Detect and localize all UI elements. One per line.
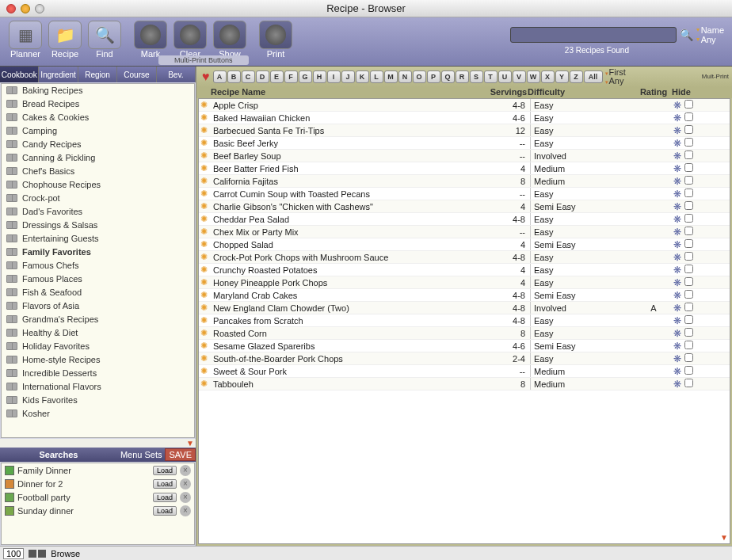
scroll-down-icon[interactable]: ▼ (720, 533, 728, 542)
alpha-y-button[interactable]: Y (555, 70, 569, 83)
multi-print-checkbox[interactable] (684, 201, 697, 211)
load-button[interactable]: Load (153, 466, 177, 475)
recipe-row[interactable]: ✺Cheddar Pea Salad4-8Easy❋ (199, 213, 730, 226)
alpha-i-button[interactable]: I (327, 70, 341, 83)
recipe-row[interactable]: ✺Sesame Glazed Spareribs4-6Semi Easy❋ (199, 340, 730, 352)
recipe-row[interactable]: ✺Apple Crisp4-8Easy❋ (199, 99, 730, 112)
category-item[interactable]: Camping (2, 124, 194, 138)
recipe-row[interactable]: ✺Baked Hawaiian Chicken4-6Easy❋ (199, 112, 730, 124)
alpha-c-button[interactable]: C (242, 70, 255, 83)
category-item[interactable]: Family Favorites (2, 246, 194, 259)
alpha-f-button[interactable]: F (284, 70, 298, 83)
category-item[interactable]: Incredible Desserts (2, 367, 194, 380)
multi-print-checkbox[interactable] (684, 277, 697, 288)
multi-print-checkbox[interactable] (684, 150, 697, 161)
recipe-row[interactable]: ✺Sweet & Sour Pork--Medium❋ (199, 365, 730, 378)
gear-icon[interactable]: ❋ (670, 239, 684, 250)
alpha-n-button[interactable]: N (398, 70, 412, 83)
recipe-row[interactable]: ✺South-of-the-Boarder Pork Chops2-4Easy❋ (199, 352, 730, 365)
alpha-a-button[interactable]: A (213, 70, 227, 83)
alpha-z-button[interactable]: Z (570, 70, 583, 83)
category-item[interactable]: Grandma's Recipes (2, 313, 194, 326)
category-list[interactable]: Baking RecipesBread RecipesCakes & Cooki… (1, 83, 195, 438)
alpha-b-button[interactable]: B (227, 70, 241, 83)
gear-icon[interactable]: ❋ (670, 277, 684, 288)
show-button[interactable]: Show (212, 21, 247, 59)
multi-print-checkbox[interactable] (684, 227, 697, 237)
alpha-p-button[interactable]: P (427, 70, 440, 83)
gear-icon[interactable]: ❋ (670, 163, 684, 174)
recipe-row[interactable]: ✺Tabbouleh8Medium❋ (199, 378, 730, 390)
alpha-w-button[interactable]: W (527, 70, 540, 83)
alpha-v-button[interactable]: V (513, 70, 526, 83)
alpha-t-button[interactable]: T (484, 70, 498, 83)
gear-icon[interactable]: ❋ (670, 227, 684, 238)
multi-print-checkbox[interactable] (684, 163, 697, 173)
gear-icon[interactable]: ❋ (670, 112, 684, 124)
category-item[interactable]: Famous Places (2, 272, 194, 286)
searches-tab[interactable]: Searches (0, 450, 117, 459)
saved-search-item[interactable]: Family DinnerLoad× (2, 463, 194, 477)
recipe-row[interactable]: ✺Beer Batter Fried Fish4Medium❋ (199, 162, 730, 175)
alpha-o-button[interactable]: O (413, 70, 426, 83)
col-recipe-name[interactable]: Recipe Name (211, 87, 490, 98)
recipe-row[interactable]: ✺Beef Barley Soup--Involved❋ (199, 150, 730, 162)
recipe-row[interactable]: ✺Chex Mix or Party Mix--Easy❋ (199, 226, 730, 238)
gear-icon[interactable]: ❋ (670, 176, 684, 187)
view-icons[interactable] (29, 550, 46, 558)
category-item[interactable]: Dressings & Salsas (2, 219, 194, 232)
multi-print-checkbox[interactable] (684, 341, 697, 351)
category-item[interactable]: Home-style Recipes (2, 353, 194, 367)
sidebar-tab-region[interactable]: Region (78, 67, 117, 82)
multi-print-checkbox[interactable] (684, 265, 697, 275)
delete-icon[interactable]: × (180, 492, 191, 503)
multi-print-checkbox[interactable] (684, 112, 697, 123)
alpha-r-button[interactable]: R (456, 70, 469, 83)
category-item[interactable]: Chef's Basics (2, 165, 194, 178)
multi-print-checkbox[interactable] (684, 239, 697, 250)
category-item[interactable]: Crock-pot (2, 192, 194, 205)
alpha-x-button[interactable]: X (541, 70, 555, 83)
alpha-u-button[interactable]: U (498, 70, 512, 83)
category-item[interactable]: Kids Favorites (2, 394, 194, 407)
category-item[interactable]: Dad's Favorites (2, 205, 194, 219)
gear-icon[interactable]: ❋ (670, 265, 684, 276)
category-item[interactable]: Kosher (2, 407, 194, 421)
multi-print-checkbox[interactable] (684, 328, 697, 338)
search-input[interactable] (510, 27, 677, 43)
alpha-all-button[interactable]: All (584, 70, 603, 83)
category-item[interactable]: Bread Recipes (2, 97, 194, 111)
multi-print-checkbox[interactable] (684, 366, 697, 376)
gear-icon[interactable]: ❋ (670, 214, 684, 225)
gear-icon[interactable]: ❋ (670, 328, 684, 339)
gear-icon[interactable]: ❋ (670, 353, 684, 364)
category-item[interactable]: Fish & Seafood (2, 286, 194, 299)
category-item[interactable]: Famous Chefs (2, 259, 194, 272)
multi-print-checkbox[interactable] (684, 138, 697, 148)
multi-print-checkbox[interactable] (684, 252, 697, 262)
gear-icon[interactable]: ❋ (670, 303, 684, 314)
category-item[interactable]: Cakes & Cookies (2, 111, 194, 124)
alpha-l-button[interactable]: L (370, 70, 383, 83)
category-item[interactable]: Flavors of Asia (2, 299, 194, 313)
category-item[interactable]: International Flavors (2, 380, 194, 394)
recipe-row[interactable]: ✺Barbecued Santa Fe Tri-Tips12Easy❋ (199, 124, 730, 137)
gear-icon[interactable]: ❋ (670, 290, 684, 301)
zoom-level[interactable]: 100 (3, 548, 24, 559)
scroll-down-icon[interactable]: ▼ (0, 439, 196, 448)
category-item[interactable]: Healthy & Diet (2, 326, 194, 340)
gear-icon[interactable]: ❋ (670, 379, 684, 390)
alpha-s-button[interactable]: S (470, 70, 483, 83)
recipe-row[interactable]: ✺Charlie Gibson's "Chicken with Cashews"… (199, 200, 730, 213)
category-item[interactable]: Baking Recipes (2, 84, 194, 97)
multi-print-checkbox[interactable] (684, 100, 697, 110)
multi-print-checkbox[interactable] (684, 303, 697, 313)
multi-print-checkbox[interactable] (684, 214, 697, 224)
gear-icon[interactable]: ❋ (670, 341, 684, 352)
multi-print-checkbox[interactable] (684, 125, 697, 135)
delete-icon[interactable]: × (180, 478, 191, 490)
recipe-row[interactable]: ✺Carrot Cumin Soup with Toasted Pecans--… (199, 188, 730, 200)
multi-print-checkbox[interactable] (684, 379, 697, 389)
multi-print-checkbox[interactable] (684, 315, 697, 326)
category-item[interactable]: Entertaining Guests (2, 232, 194, 246)
